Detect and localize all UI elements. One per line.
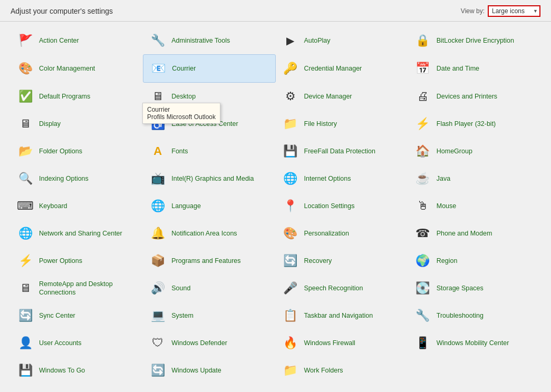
courrier-icon [149, 59, 168, 78]
color-icon [16, 59, 35, 78]
item-admin-tools[interactable]: Administrative Tools [143, 27, 275, 54]
item-java[interactable]: Java [408, 165, 540, 192]
item-label-datetime: Date and Time [437, 64, 479, 73]
item-phone[interactable]: Phone and Modem [408, 220, 540, 247]
item-keyboard[interactable]: Keyboard [11, 192, 143, 220]
item-credential[interactable]: Credential Manager [276, 54, 408, 83]
item-remoteapp[interactable]: RemoteApp and Desktop Connections [11, 275, 143, 302]
view-by-select[interactable]: Large icons Small icons Category [488, 5, 540, 17]
item-label-devices-printers: Devices and Printers [437, 92, 497, 101]
item-label-desktop: Desktop [171, 92, 196, 101]
item-sound[interactable]: Sound [143, 275, 275, 302]
item-taskbar[interactable]: Taskbar and Navigation [276, 302, 408, 329]
winmobility-icon [413, 334, 432, 352]
internet-icon [281, 169, 300, 188]
item-action-center[interactable]: Action Center [11, 27, 143, 54]
item-system[interactable]: System [143, 302, 275, 329]
item-speech[interactable]: Speech Recognition [276, 275, 408, 302]
item-display[interactable]: Display [11, 110, 143, 138]
item-region[interactable]: Region [408, 247, 540, 275]
item-devices-printers[interactable]: Devices and Printers [408, 83, 540, 110]
page-title: Adjust your computer's settings [11, 7, 113, 15]
item-label-winmobility: Windows Mobility Center [437, 339, 509, 347]
item-language[interactable]: Language [143, 192, 275, 220]
admin-tools-icon [148, 31, 167, 50]
item-label-freefall: FreeFall Data Protection [304, 147, 375, 155]
item-label-storage: Storage Spaces [437, 284, 484, 292]
item-label-action-center: Action Center [39, 36, 79, 45]
item-label-device-manager: Device Manager [304, 92, 352, 101]
item-label-keyboard: Keyboard [39, 202, 67, 210]
troubleshoot-icon [413, 306, 432, 325]
item-internet[interactable]: Internet Options [276, 165, 408, 192]
item-freefall[interactable]: FreeFall Data Protection [276, 138, 408, 165]
phone-icon [413, 224, 432, 243]
item-label-notification: Notification Area Icons [171, 229, 237, 238]
notification-icon [148, 224, 167, 243]
region-icon [413, 251, 432, 270]
item-autoplay[interactable]: AutoPlay [276, 27, 408, 54]
item-winfirewall[interactable]: Windows Firewall [276, 329, 408, 357]
view-by-label: View by: [461, 7, 485, 15]
item-label-color-management: Color Management [39, 64, 95, 73]
item-label-java: Java [437, 174, 450, 183]
item-programs[interactable]: Programs and Features [143, 247, 275, 275]
item-label-windefender: Windows Defender [171, 339, 227, 347]
item-windefender[interactable]: Windows Defender [143, 329, 275, 357]
item-color-management[interactable]: Color Management [11, 54, 143, 83]
programs-icon [148, 251, 167, 270]
item-intel[interactable]: Intel(R) Graphics and Media [143, 165, 275, 192]
tooltip-line-2: Profils Microsoft Outlook [147, 113, 216, 121]
item-fonts[interactable]: Fonts [143, 138, 275, 165]
keyboard-icon [16, 197, 35, 215]
item-file-history[interactable]: File History [276, 110, 408, 138]
item-label-speech: Speech Recognition [304, 284, 363, 292]
item-storage[interactable]: Storage Spaces [408, 275, 540, 302]
item-network[interactable]: Network and Sharing Center [11, 220, 143, 247]
item-sync[interactable]: Sync Center [11, 302, 143, 329]
item-power[interactable]: Power Options [11, 247, 143, 275]
item-label-remoteapp: RemoteApp and Desktop Connections [39, 280, 138, 297]
item-label-intel: Intel(R) Graphics and Media [171, 174, 254, 183]
item-label-internet: Internet Options [304, 174, 351, 183]
item-troubleshoot[interactable]: Troubleshooting [408, 302, 540, 329]
item-label-language: Language [171, 202, 201, 210]
speech-icon [281, 279, 300, 298]
item-label-folder-options: Folder Options [39, 147, 82, 155]
item-wintogo[interactable]: Windows To Go [11, 357, 143, 384]
item-bitlocker[interactable]: BitLocker Drive Encryption [408, 27, 540, 54]
item-homegroup[interactable]: HomeGroup [408, 138, 540, 165]
item-notification[interactable]: Notification Area Icons [143, 220, 275, 247]
item-user[interactable]: User Accounts [11, 329, 143, 357]
item-label-user: User Accounts [39, 339, 82, 347]
item-courrier[interactable]: Courrier [143, 54, 275, 83]
item-personalization[interactable]: Personalization [276, 220, 408, 247]
item-label-taskbar: Taskbar and Navigation [304, 311, 373, 320]
item-mouse[interactable]: Mouse [408, 192, 540, 220]
item-label-personalization: Personalization [304, 229, 349, 238]
item-label-system: System [171, 311, 194, 320]
item-label-bitlocker: BitLocker Drive Encryption [437, 36, 514, 45]
item-label-default-programs: Default Programs [39, 92, 90, 101]
courrier-tooltip: Courrier Profils Microsoft Outlook [142, 103, 220, 124]
item-device-manager[interactable]: Device Manager [276, 83, 408, 110]
item-default-programs[interactable]: Default Programs [11, 83, 143, 110]
windefender-icon [148, 334, 167, 352]
item-label-admin-tools: Administrative Tools [171, 36, 230, 45]
item-flash[interactable]: Flash Player (32-bit) [408, 110, 540, 138]
item-label-phone: Phone and Modem [437, 229, 492, 238]
item-workfolders[interactable]: Work Folders [276, 357, 408, 384]
item-indexing[interactable]: Indexing Options [11, 165, 143, 192]
item-folder-options[interactable]: Folder Options [11, 138, 143, 165]
item-datetime[interactable]: Date and Time [408, 54, 540, 83]
autoplay-icon [281, 31, 300, 50]
bitlocker-icon [413, 31, 432, 50]
item-location[interactable]: Location Settings [276, 192, 408, 220]
action-center-icon [16, 31, 35, 50]
item-winupdate[interactable]: Windows Update [143, 357, 275, 384]
item-winmobility[interactable]: Windows Mobility Center [408, 329, 540, 357]
view-by-wrapper[interactable]: Large icons Small icons Category [488, 5, 540, 17]
item-label-troubleshoot: Troubleshooting [437, 311, 484, 320]
system-icon [148, 306, 167, 325]
item-recovery[interactable]: Recovery [276, 247, 408, 275]
